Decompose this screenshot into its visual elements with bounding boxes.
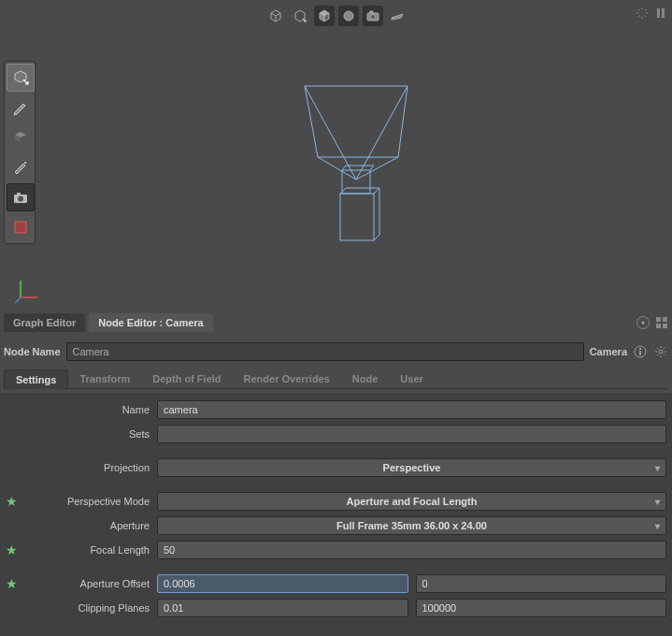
focal-length-label: Focal Length — [21, 544, 151, 556]
projection-select[interactable]: Perspective — [157, 458, 666, 477]
modified-mark-icon: ★ — [6, 494, 15, 509]
svg-point-43 — [659, 350, 663, 354]
svg-point-2 — [370, 15, 375, 20]
row-projection: Projection Perspective — [6, 458, 666, 477]
paint-tool-icon[interactable] — [7, 123, 35, 152]
svg-rect-39 — [663, 324, 667, 328]
svg-line-9 — [645, 16, 647, 18]
row-perspective-mode: ★ Perspective Mode Aperture and Focal Le… — [6, 492, 666, 511]
svg-rect-36 — [656, 317, 661, 322]
settings-panel: Name Sets Projection Perspective ★ Persp… — [0, 393, 672, 636]
svg-line-23 — [342, 166, 346, 170]
aperture-offset-label: Aperture Offset — [21, 578, 151, 589]
camera-tool-icon[interactable] — [7, 183, 35, 211]
viewport-3d[interactable] — [39, 26, 672, 309]
cube-arrow-icon[interactable] — [290, 6, 310, 26]
svg-point-14 — [24, 162, 26, 164]
svg-line-34 — [15, 297, 21, 303]
row-clipping-planes: Clipping Planes — [6, 599, 666, 617]
info-icon[interactable] — [633, 344, 648, 359]
name-input[interactable] — [157, 400, 666, 419]
svg-rect-12 — [657, 8, 660, 18]
sets-input[interactable] — [157, 425, 666, 443]
wand-tool-icon[interactable] — [7, 153, 35, 181]
projection-label: Projection — [21, 462, 151, 473]
svg-rect-13 — [662, 8, 665, 18]
wire-cube-icon[interactable] — [265, 6, 286, 26]
row-sets: Sets — [6, 425, 666, 443]
node-name-label: Node Name — [4, 346, 61, 357]
name-label: Name — [21, 404, 151, 415]
camera-wireframe — [295, 77, 417, 264]
top-right-controls — [635, 6, 668, 21]
property-tabs: Settings Transform Depth of Field Render… — [4, 369, 668, 389]
solid-cube-icon[interactable] — [314, 6, 335, 26]
focal-length-input[interactable] — [157, 541, 666, 559]
svg-rect-26 — [340, 194, 374, 240]
svg-rect-41 — [639, 351, 641, 355]
modified-mark-icon: ★ — [6, 576, 15, 591]
svg-line-31 — [374, 235, 379, 240]
aperture-select[interactable]: Full Frame 35mm 36.00 x 24.00 — [157, 516, 666, 535]
tab-node-editor[interactable]: Node Editor : Camera — [89, 313, 212, 332]
tab-user[interactable]: User — [389, 369, 434, 388]
aperture-label: Aperture — [21, 520, 151, 531]
select-tool-icon[interactable] — [7, 64, 35, 92]
aperture-offset-y-input[interactable] — [416, 574, 667, 593]
edit-tool-icon[interactable] — [7, 94, 35, 122]
plane-icon[interactable] — [387, 6, 407, 26]
tab-transform[interactable]: Transform — [68, 369, 141, 388]
axis-gizmo — [13, 277, 41, 305]
svg-line-10 — [638, 16, 640, 18]
svg-rect-18 — [15, 222, 26, 233]
svg-line-8 — [638, 9, 640, 11]
sets-label: Sets — [21, 428, 151, 440]
clipping-near-input[interactable] — [157, 599, 408, 617]
tab-graph-editor[interactable]: Graph Editor — [4, 313, 85, 332]
svg-line-50 — [657, 354, 658, 355]
svg-rect-38 — [656, 324, 661, 328]
svg-rect-42 — [639, 348, 641, 350]
svg-line-51 — [664, 348, 665, 349]
svg-point-16 — [18, 196, 23, 202]
clipping-far-input[interactable] — [416, 599, 667, 617]
perspective-mode-select[interactable]: Aperture and Focal Length — [157, 492, 666, 511]
svg-rect-37 — [663, 317, 667, 322]
svg-line-24 — [370, 166, 374, 170]
row-focal-length: ★ Focal Length — [6, 541, 666, 559]
svg-point-0 — [344, 11, 353, 21]
tab-node[interactable]: Node — [341, 369, 390, 388]
panel-tabs: Graph Editor Node Editor : Camera — [4, 313, 668, 332]
sphere-icon[interactable] — [338, 6, 359, 26]
clipping-planes-label: Clipping Planes — [21, 602, 151, 614]
tab-depth-of-field[interactable]: Depth of Field — [141, 369, 232, 388]
row-aperture: Aperture Full Frame 35mm 36.00 x 24.00 — [6, 516, 666, 535]
svg-rect-17 — [17, 193, 21, 195]
svg-line-27 — [340, 188, 346, 194]
node-type-label: Camera — [590, 346, 627, 357]
grid-icon[interactable] — [655, 316, 668, 329]
node-name-input[interactable] — [66, 342, 584, 361]
aperture-offset-x-input[interactable] — [157, 574, 408, 593]
left-toolbar — [4, 61, 36, 244]
spinner-icon[interactable] — [635, 6, 650, 21]
modified-mark-icon: ★ — [6, 542, 15, 557]
pause-icon[interactable] — [653, 6, 668, 21]
svg-point-35 — [642, 322, 645, 325]
svg-line-48 — [657, 348, 658, 349]
row-name: Name — [6, 400, 666, 419]
row-aperture-offset: ★ Aperture Offset — [6, 574, 666, 593]
target-icon[interactable] — [636, 316, 650, 329]
svg-line-11 — [645, 9, 647, 11]
render-tool-icon[interactable] — [7, 213, 35, 241]
camera-icon[interactable] — [363, 6, 383, 26]
perspective-mode-label: Perspective Mode — [21, 496, 151, 507]
tab-render-overrides[interactable]: Render Overrides — [233, 369, 341, 388]
gear-icon[interactable] — [653, 344, 668, 359]
svg-rect-3 — [370, 11, 373, 13]
tab-settings[interactable]: Settings — [4, 369, 68, 389]
viewport-top-toolbar — [0, 4, 672, 26]
svg-line-28 — [374, 188, 379, 194]
svg-line-49 — [664, 354, 665, 355]
node-name-bar: Node Name Camera — [4, 339, 668, 365]
